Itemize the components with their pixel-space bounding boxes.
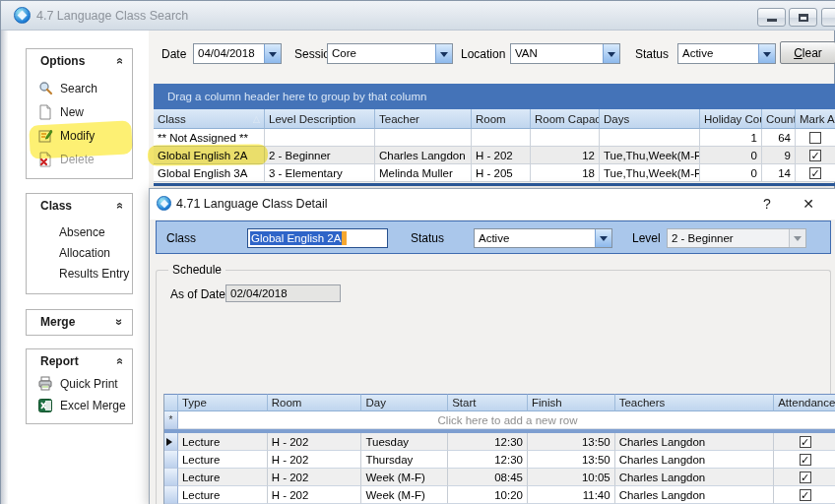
schedule-cell-room: H - 202 <box>268 433 362 451</box>
grid-cell-capacity <box>531 129 600 147</box>
schedule-column-header-room[interactable]: Room <box>268 394 362 411</box>
sidebar-item-new[interactable]: New <box>27 100 132 124</box>
dialog-status-value: Active <box>475 229 595 247</box>
status-combo[interactable]: Active <box>677 43 776 64</box>
location-combo[interactable]: VAN <box>510 43 620 64</box>
grid-row-global-english-3a[interactable]: Global English 3A3 - ElementaryMelinda M… <box>154 164 835 182</box>
dropdown-button[interactable] <box>758 44 775 63</box>
main-window: 4.7 Language Class Search Options » Sear… <box>0 0 835 504</box>
options-panel-header[interactable]: Options » <box>27 49 132 73</box>
dropdown-button <box>789 229 805 247</box>
schedule-cell-finish: 13:50 <box>528 433 615 451</box>
grid-column-header-count[interactable]: Count <box>762 109 796 129</box>
schedule-row[interactable]: LectureH - 202Tuesday12:3013:50Charles L… <box>164 433 835 451</box>
grid-cell-level: 2 - Beginner <box>265 147 375 164</box>
grid-cell-mark-att: ✓ <box>796 164 835 182</box>
dropdown-button[interactable] <box>595 229 611 247</box>
grid-cell-level: 3 - Elementary <box>265 164 375 182</box>
schedule-groupbox: Schedule As of Date 02/04/2018 TypeRoomD… <box>156 270 831 504</box>
mark-attendance-checkbox[interactable] <box>809 132 821 144</box>
sidebar-item-results-entry[interactable]: Results Entry <box>27 263 132 284</box>
class-input-selected-text: Global English 2A <box>250 231 342 245</box>
schedule-cell-day: Week (M-F) <box>361 486 448 504</box>
attendance-checkbox[interactable]: ✓ <box>800 454 811 466</box>
schedule-column-header-finish[interactable]: Finish <box>528 394 615 411</box>
schedule-cell-finish: 13:50 <box>528 451 615 469</box>
schedule-column-header-day[interactable]: Day <box>361 394 448 411</box>
grid-column-header-room[interactable]: Room <box>472 109 531 129</box>
attendance-checkbox[interactable]: ✓ <box>800 472 811 483</box>
schedule-cell-teachers: Charles Langdon <box>615 433 775 451</box>
grid-column-header-level-description[interactable]: Level Description <box>265 109 375 129</box>
expand-chevron-icon[interactable]: » <box>113 319 127 326</box>
report-panel-header[interactable]: Report » <box>27 349 132 373</box>
dropdown-button[interactable] <box>603 44 619 63</box>
grid-column-header-holiday-cour[interactable]: Holiday Cour <box>700 109 762 129</box>
grid-column-header-mark-att[interactable]: Mark Att <box>796 109 835 129</box>
excel-icon <box>37 398 53 413</box>
schedule-row[interactable]: LectureH - 202Week (M-F)08:4510:05Charle… <box>164 469 835 486</box>
schedule-column-header-teachers[interactable]: Teachers <box>615 394 775 411</box>
grid-column-header-teacher[interactable]: Teacher <box>375 109 472 129</box>
dropdown-button[interactable] <box>264 44 281 63</box>
mark-attendance-checkbox[interactable]: ✓ <box>809 150 821 161</box>
grid-cell-holiday: 0 <box>700 147 762 164</box>
add-row-hint[interactable]: Click here to add a new row <box>178 411 835 429</box>
schedule-row[interactable]: LectureH - 202Week (M-F)10:2011:40Charle… <box>164 486 835 504</box>
class-search-grid: Drag a column header here to group by th… <box>154 84 835 186</box>
options-panel-title: Options <box>40 54 85 68</box>
sidebar-item-modify[interactable]: Modify <box>27 124 132 148</box>
sidebar-item-absence[interactable]: Absence <box>27 221 132 242</box>
dialog-close-button[interactable]: ✕ <box>798 194 819 215</box>
schedule-cell-type: Lecture <box>178 486 268 504</box>
schedule-column-header-type[interactable]: Type <box>178 394 268 411</box>
maximize-button[interactable] <box>789 8 817 27</box>
sidebar-item-delete[interactable]: Delete <box>27 148 132 171</box>
close-button[interactable] <box>821 8 835 27</box>
date-combo[interactable]: 04/04/2018 <box>193 43 282 64</box>
merge-panel-header[interactable]: Merge » <box>27 310 132 334</box>
schedule-add-row[interactable]: *Click here to add a new row <box>164 411 835 429</box>
schedule-cell-room: H - 202 <box>268 486 362 504</box>
location-label: Location <box>461 47 505 61</box>
attendance-checkbox[interactable]: ✓ <box>800 489 811 501</box>
sidebar-item-allocation[interactable]: Allocation <box>27 242 132 263</box>
clear-label: lear <box>803 46 822 60</box>
grid-row--not-assigned-[interactable]: ** Not Assigned **164 <box>154 129 835 147</box>
dialog-status-combo[interactable]: Active <box>474 228 612 248</box>
sidebar-item-search[interactable]: Search <box>27 77 132 100</box>
merge-panel-title: Merge <box>40 315 75 329</box>
help-button[interactable]: ? <box>756 194 778 215</box>
mark-attendance-checkbox[interactable]: ✓ <box>809 167 821 179</box>
grid-row-global-english-2a[interactable]: Global English 2A2 - BeginnerCharles Lan… <box>154 147 835 164</box>
clear-button[interactable]: Clear <box>780 41 835 64</box>
chevron-down-icon <box>763 52 771 61</box>
group-by-band[interactable]: Drag a column header here to group by th… <box>154 84 835 109</box>
grid-cell-holiday: 0 <box>700 164 762 182</box>
grid-column-header-days[interactable]: Days <box>600 109 700 129</box>
schedule-row[interactable]: LectureH - 202Thursday12:3013:50Charles … <box>164 451 835 469</box>
attendance-checkbox[interactable]: ✓ <box>800 436 811 448</box>
schedule-column-header-attendance[interactable]: Attendance <box>774 394 835 411</box>
schedule-column-header-start[interactable]: Start <box>448 394 528 411</box>
schedule-header-row: TypeRoomDayStartFinishTeachersAttendance <box>164 394 835 411</box>
class-input[interactable]: Global English 2A <box>247 228 388 248</box>
session-combo[interactable]: Core <box>327 43 453 64</box>
collapse-chevron-icon[interactable]: » <box>113 203 127 210</box>
as-of-date-field[interactable]: 02/04/2018 <box>225 284 341 302</box>
schedule-cell-day: Week (M-F) <box>361 469 448 486</box>
session-value: Core <box>328 44 435 63</box>
sidebar-item-label: Excel Merge <box>60 399 126 412</box>
row-indicator <box>164 469 178 486</box>
class-panel-header[interactable]: Class » <box>27 194 132 218</box>
minimize-button[interactable] <box>757 8 786 27</box>
dropdown-button[interactable] <box>435 44 452 63</box>
sidebar-item-quick-print[interactable]: Quick Print <box>27 373 132 395</box>
grid-column-header-room-capacit[interactable]: Room Capacit <box>531 109 600 129</box>
collapse-chevron-icon[interactable]: » <box>113 358 127 365</box>
grid-column-header-class[interactable]: Class△ <box>154 109 265 129</box>
sidebar-item-excel-merge[interactable]: Excel Merge <box>27 395 132 416</box>
search-icon <box>37 81 53 96</box>
dialog-level-value: 2 - Beginner <box>668 229 789 247</box>
collapse-chevron-icon[interactable]: » <box>113 58 127 65</box>
